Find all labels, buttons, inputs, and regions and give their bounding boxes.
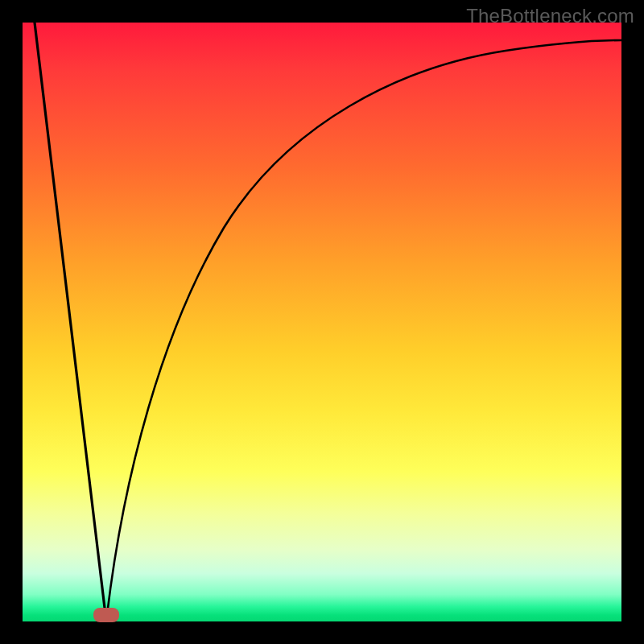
curve-layer (23, 23, 621, 621)
minimum-marker (93, 608, 119, 622)
curve-left-branch (35, 23, 106, 621)
curve-right-branch (106, 40, 621, 621)
plot-area (23, 23, 621, 621)
chart-frame: TheBottleneck.com (0, 0, 644, 644)
